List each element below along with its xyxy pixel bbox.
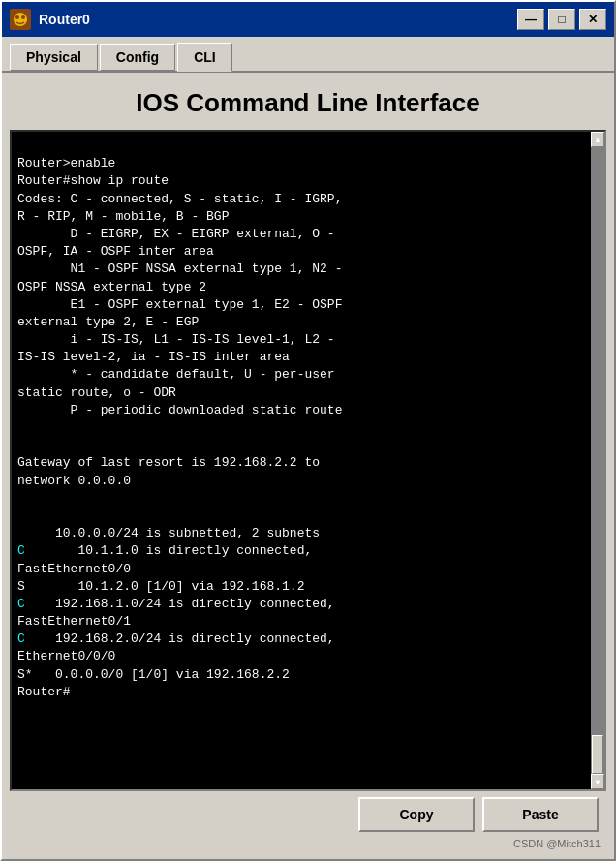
terminal-line: C 192.168.1.0/24 is directly connected, — [17, 597, 335, 611]
paste-button[interactable]: Paste — [482, 797, 599, 832]
content-area: IOS Command Line Interface Router>enable… — [2, 71, 614, 859]
main-window: Router0 — □ ✕ Physical Config CLI IOS Co… — [0, 0, 616, 861]
terminal-line: Router#show ip route — [17, 173, 169, 188]
terminal-line: 10.0.0.0/24 is subnetted, 2 subnets — [17, 526, 320, 540]
minimize-button[interactable]: — — [517, 9, 544, 30]
terminal-line: OSPF NSSA external type 2 — [17, 280, 206, 294]
app-icon — [10, 9, 31, 30]
terminal-line: N1 - OSPF NSSA external type 1, N2 - — [17, 261, 342, 276]
scroll-up-arrow[interactable]: ▲ — [591, 132, 604, 147]
terminal-line: Router>enable — [17, 156, 115, 170]
terminal-text: Router>enable Router#show ip route Codes… — [17, 138, 599, 784]
terminal-line: Gateway of last resort is 192.168.2.2 to — [17, 455, 320, 470]
terminal-line: Codes: C - connected, S - static, I - IG… — [17, 192, 342, 206]
terminal-line: C 192.168.2.0/24 is directly connected, — [17, 631, 335, 646]
terminal-line: R - RIP, M - mobile, B - BGP — [17, 209, 229, 224]
copy-button[interactable]: Copy — [358, 797, 475, 832]
terminal-line: OSPF, IA - OSPF inter area — [17, 244, 214, 259]
scroll-thumb[interactable] — [592, 735, 603, 774]
tab-physical[interactable]: Physical — [10, 44, 98, 71]
watermark: CSDN @Mitch311 — [10, 838, 606, 851]
ios-title: IOS Command Line Interface — [10, 88, 606, 118]
terminal-container[interactable]: Router>enable Router#show ip route Codes… — [10, 130, 606, 791]
window-title: Router0 — [39, 12, 517, 27]
terminal-line: Ethernet0/0/0 — [17, 649, 115, 663]
bottom-bar: Copy Paste — [10, 791, 606, 838]
terminal-line: S* 0.0.0.0/0 [1/0] via 192.168.2.2 — [17, 667, 290, 682]
terminal-line: C 10.1.1.0 is directly connected, — [17, 543, 312, 558]
terminal-line: S 10.1.2.0 [1/0] via 192.168.1.2 — [17, 579, 304, 594]
terminal-line: FastEthernet0/1 — [17, 614, 131, 629]
scroll-track[interactable] — [591, 147, 604, 774]
terminal-line: external type 2, E - EGP — [17, 315, 199, 329]
terminal-line: i - IS-IS, L1 - IS-IS level-1, L2 - — [17, 332, 335, 347]
tabs-bar: Physical Config CLI — [2, 37, 614, 71]
title-bar: Router0 — □ ✕ — [2, 2, 614, 37]
terminal-line: P - periodic downloaded static route — [17, 403, 342, 417]
svg-point-2 — [15, 15, 19, 19]
terminal-line: Router# — [17, 685, 71, 699]
scrollbar[interactable]: ▲ ▼ — [591, 132, 604, 789]
close-button[interactable]: ✕ — [579, 9, 606, 30]
terminal-line: IS-IS level-2, ia - IS-IS inter area — [17, 350, 290, 364]
terminal-line: * - candidate default, U - per-user — [17, 367, 335, 382]
terminal-line: FastEthernet0/0 — [17, 562, 131, 576]
terminal-line: static route, o - ODR — [17, 385, 176, 400]
tab-cli[interactable]: CLI — [177, 43, 232, 72]
tab-config[interactable]: Config — [100, 44, 175, 71]
svg-point-3 — [21, 15, 25, 19]
terminal-line: D - EIGRP, EX - EIGRP external, O - — [17, 227, 335, 241]
terminal-line: E1 - OSPF external type 1, E2 - OSPF — [17, 297, 342, 312]
maximize-button[interactable]: □ — [548, 9, 575, 30]
terminal-line: network 0.0.0.0 — [17, 474, 131, 488]
scroll-down-arrow[interactable]: ▼ — [591, 774, 604, 789]
title-bar-buttons: — □ ✕ — [517, 9, 606, 30]
